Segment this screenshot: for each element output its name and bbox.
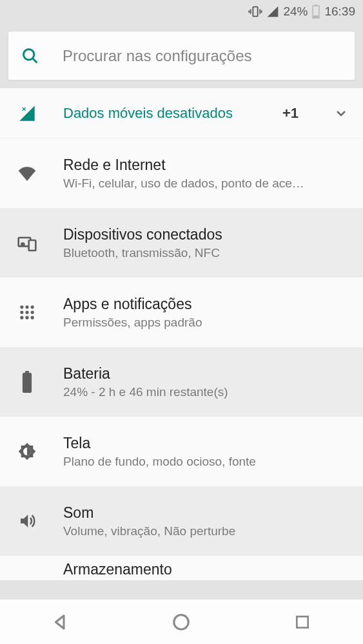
item-text: Bateria 24% - 2 h e 46 min restante(s) — [63, 365, 349, 399]
suggestion-badge: +1 — [282, 105, 299, 122]
status-icons: 24% 16:39 — [248, 5, 355, 19]
chevron-down-icon[interactable] — [333, 106, 349, 121]
item-title: Som — [63, 504, 349, 522]
svg-point-26 — [174, 614, 189, 629]
svg-point-14 — [20, 305, 23, 308]
signal-icon — [266, 5, 279, 18]
battery-icon — [311, 5, 320, 19]
svg-point-21 — [25, 316, 28, 319]
settings-item-storage-partial[interactable]: Armazenamento — [0, 556, 363, 580]
svg-rect-23 — [25, 371, 29, 373]
nav-home-button[interactable] — [169, 610, 193, 634]
item-text: Tela Plano de fundo, modo ocioso, fonte — [63, 435, 349, 469]
item-subtitle: 24% - 2 h e 46 min restante(s) — [63, 385, 349, 399]
settings-item-network[interactable]: Rede e Internet Wi-Fi, celular, uso de d… — [0, 138, 363, 208]
item-subtitle: Permissões, apps padrão — [63, 316, 349, 330]
settings-item-display[interactable]: Tela Plano de fundo, modo ocioso, fonte — [0, 417, 363, 486]
svg-rect-7 — [313, 15, 319, 18]
item-title: Rede e Internet — [63, 156, 349, 174]
svg-line-9 — [33, 58, 37, 62]
item-title: Dispositivos conectados — [63, 226, 349, 243]
settings-item-apps[interactable]: Apps e notificações Permissões, apps pad… — [0, 278, 363, 347]
item-subtitle: Plano de fundo, modo ocioso, fonte — [63, 455, 349, 469]
wifi-icon — [14, 163, 40, 184]
item-text: Rede e Internet Wi-Fi, celular, uso de d… — [63, 156, 349, 191]
item-text: Apps e notificações Permissões, apps pad… — [63, 296, 349, 330]
item-title: Armazenamento — [63, 561, 172, 578]
suggestion-row[interactable]: × Dados móveis desativados +1 — [0, 88, 363, 138]
item-title: Bateria — [63, 365, 349, 383]
navigation-bar — [0, 599, 363, 644]
suggestion-text: Dados móveis desativados — [63, 105, 259, 122]
item-subtitle: Wi-Fi, celular, uso de dados, ponto de a… — [63, 176, 349, 191]
battery-item-icon — [14, 371, 40, 393]
svg-text:×: × — [22, 104, 26, 113]
item-title: Tela — [63, 435, 349, 452]
item-text: Dispositivos conectados Bluetooth, trans… — [63, 226, 349, 260]
svg-point-19 — [31, 310, 34, 314]
svg-point-15 — [25, 305, 28, 308]
nav-recents-button[interactable] — [290, 610, 315, 634]
svg-rect-12 — [29, 240, 36, 251]
svg-rect-27 — [297, 616, 308, 627]
svg-rect-24 — [23, 373, 32, 393]
svg-point-20 — [20, 316, 23, 319]
status-bar: 24% 16:39 — [0, 0, 363, 23]
item-subtitle: Volume, vibração, Não perturbe — [63, 524, 349, 538]
svg-rect-0 — [253, 7, 258, 17]
brightness-icon — [14, 441, 40, 462]
svg-point-8 — [24, 49, 34, 59]
mobile-data-off-icon: × — [14, 104, 40, 122]
settings-item-connected-devices[interactable]: Dispositivos conectados Bluetooth, trans… — [0, 208, 363, 278]
svg-point-13 — [21, 243, 24, 246]
nav-back-button[interactable] — [48, 610, 73, 634]
settings-item-battery[interactable]: Bateria 24% - 2 h e 46 min restante(s) — [0, 347, 363, 417]
clock: 16:39 — [324, 5, 355, 19]
item-subtitle: Bluetooth, transmissão, NFC — [63, 246, 349, 260]
sound-icon — [14, 511, 40, 531]
vibrate-icon — [248, 5, 262, 19]
svg-point-17 — [20, 310, 23, 314]
svg-point-18 — [25, 310, 28, 314]
settings-list: Rede e Internet Wi-Fi, celular, uso de d… — [0, 138, 363, 599]
devices-icon — [14, 232, 40, 253]
item-title: Apps e notificações — [63, 296, 349, 313]
battery-percentage: 24% — [283, 5, 308, 19]
svg-point-16 — [31, 305, 34, 308]
search-bar[interactable]: Procurar nas configurações — [8, 31, 355, 80]
item-text: Som Volume, vibração, Não perturbe — [63, 504, 349, 538]
svg-point-22 — [31, 316, 34, 319]
search-placeholder: Procurar nas configurações — [63, 47, 251, 65]
search-icon — [21, 47, 39, 65]
apps-icon — [14, 303, 40, 321]
settings-item-sound[interactable]: Som Volume, vibração, Não perturbe — [0, 486, 363, 556]
